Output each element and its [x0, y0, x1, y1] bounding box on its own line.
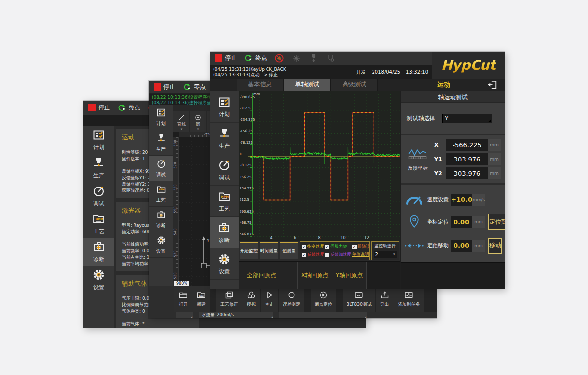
endpoint-button[interactable]: 终点 [117, 104, 140, 112]
nozzle-down-icon[interactable] [309, 54, 319, 63]
svg-text:NEW: NEW [199, 295, 204, 297]
checkbox-cmd-speed[interactable]: ✓指令速度 [302, 244, 324, 250]
sidebar-item-diagnose[interactable]: 诊断 [210, 217, 239, 248]
tool-new-button[interactable]: NEW新建 [192, 286, 211, 312]
laser-disabled-icon[interactable] [274, 54, 284, 63]
checkbox-follow-error[interactable]: ✓跟随误差 [352, 244, 370, 250]
time-measure-button[interactable]: 时间测量 [260, 242, 278, 259]
checkbox-servo-torque[interactable]: ✓伺服力矩 [325, 244, 351, 250]
sidebar-item-settings[interactable]: 设置 [83, 266, 114, 294]
export-icon [380, 290, 390, 300]
sidebar-item-process[interactable]: HPM工艺 [210, 186, 239, 217]
speedometer-icon [404, 193, 425, 207]
settings-icon [218, 253, 231, 266]
feedback-wave-icon [407, 146, 428, 160]
svg-text:Y: Y [206, 238, 210, 243]
stop-button[interactable]: 停止 [88, 104, 110, 112]
tool-process-fix-button[interactable]: 工艺修正 [216, 286, 242, 312]
burst-icon[interactable] [292, 54, 301, 63]
resize-grip-icon[interactable]: ◢ [364, 315, 366, 318]
move-button[interactable]: 移动 [488, 238, 502, 254]
sidebar-item-produce[interactable]: 生产 [149, 130, 173, 156]
tab-single-axis-test[interactable]: 单轴测试 [284, 79, 331, 91]
follow-icon[interactable] [326, 54, 336, 63]
test-axis-select[interactable]: Y ◢ [442, 114, 492, 123]
checkbox-feedback-accel[interactable]: 反馈加速度 [325, 252, 351, 258]
sidebar-item-settings[interactable]: 设置 [149, 232, 173, 258]
sidebar-item-plan[interactable]: 计划 [83, 126, 114, 154]
signal-checkbox-panel: ✓指令速度✓伺服力矩✓跟随误差✓反馈速度反馈加速度单位说明 [300, 241, 370, 260]
sidebar-item-label: 调试 [156, 171, 166, 178]
sidebar-item-debug[interactable]: 调试 [83, 182, 114, 210]
feedback-coords-label: 反馈坐标 [408, 165, 428, 172]
svg-text:156.25: 156.25 [240, 175, 252, 179]
sidebar-item-label: 工艺 [219, 205, 230, 213]
svg-text:-234.375: -234.375 [240, 118, 255, 122]
copy-icon [224, 290, 234, 300]
tool-export-button[interactable]: 导出 [376, 286, 394, 312]
ruler-label: 570 [173, 161, 177, 170]
draw-tool-circle[interactable]: 圆▾ [190, 111, 207, 132]
sidebar-item-debug[interactable]: 调试 [149, 156, 173, 181]
feedback-value: 303.976 [446, 153, 488, 165]
sidebar-item-process[interactable]: HPM工艺 [149, 181, 173, 207]
tab-basic-info[interactable]: 基本信息 [237, 79, 284, 91]
sidebar-item-plan[interactable]: 计划 [210, 91, 239, 123]
tool-dry-run-button[interactable]: 空走 [261, 286, 279, 312]
sidebar-item-diagnose[interactable]: 诊断 [83, 238, 114, 266]
tool-add-task-button[interactable]: 添加到任务 [394, 286, 425, 312]
tool-breakpoint-locate-button[interactable]: 断点定位 [311, 286, 337, 312]
value-measure-button[interactable]: 值测量 [280, 242, 298, 259]
monitor-axis-select[interactable]: 2 ▾ [374, 251, 397, 258]
plan-icon [156, 107, 166, 118]
tool-error-measure-button[interactable]: 误差测定 [279, 286, 305, 312]
resize-grip-icon[interactable]: ◢ [190, 315, 192, 318]
ruler-label: 580 [173, 138, 177, 148]
tab-advanced-test[interactable]: 高级测试 [331, 79, 378, 91]
sidebar-item-settings[interactable]: 设置 [210, 248, 239, 280]
unit-info-link[interactable]: 单位说明 [352, 252, 370, 258]
start-monitor-button[interactable]: 开始监控 [240, 242, 258, 259]
jog-value: 0.00 [451, 240, 472, 252]
position-to-button[interactable]: 定位到 [488, 214, 505, 230]
panel-line: 当前气压: 0.00BAR [122, 327, 193, 328]
test-curve-chart: -390.625-312.5-234.375-156.25-78.125078.… [239, 91, 400, 241]
sidebar-item-produce[interactable]: 生产 [83, 154, 114, 182]
checkbox-feedback-speed[interactable]: ✓反馈速度 [302, 252, 324, 258]
sidebar-item-debug[interactable]: 调试 [210, 154, 239, 186]
endpoint-button[interactable]: 终点 [244, 54, 267, 63]
ruler-label: 530 [173, 249, 177, 259]
position-input[interactable]: 0.00 mm [451, 216, 485, 228]
debug-icon [218, 159, 231, 171]
home-y-button[interactable]: Y轴回原点 [332, 262, 367, 289]
checkbox-icon: ✓ [352, 245, 357, 249]
zero-point-button[interactable]: 零点 [183, 83, 206, 92]
zoom-level-badge: 980% [174, 281, 189, 286]
speed-input[interactable]: +10.0 mm/s [451, 194, 485, 206]
svg-text:HPM: HPM [159, 188, 165, 190]
tool-blt830-test-button[interactable]: BLT830测试 [343, 286, 376, 312]
tool-open-button[interactable]: 打开 [174, 286, 192, 312]
motion-mode-label: 运动 [437, 80, 450, 89]
jog-input[interactable]: 0.00 mm [451, 240, 485, 252]
home-x-button[interactable]: X轴回原点 [298, 262, 332, 289]
sidebar-item-plan[interactable]: 计划 [149, 105, 173, 130]
tool-simulate-button[interactable]: 模拟 [242, 286, 261, 312]
test-axis-value: Y [445, 115, 448, 121]
feedback-value-field: 303.976mm [446, 153, 501, 165]
panel-line: 当前气体: * [122, 321, 193, 327]
resize-grip-icon[interactable]: ◢ [270, 315, 273, 318]
sidebar-item-diagnose[interactable]: 诊断 [149, 207, 173, 232]
home-all-button[interactable]: 全部回原点 [239, 262, 285, 289]
sidebar-item-process[interactable]: HPM工艺 [83, 210, 114, 238]
tabs: 基本信息单轴测试高级测试 [237, 79, 378, 91]
tool-label: 误差测定 [283, 301, 300, 308]
stop-button[interactable]: 停止 [154, 83, 175, 91]
sidebar-item-produce[interactable]: 生产 [210, 123, 239, 154]
stop-button[interactable]: 停止 [215, 54, 237, 62]
sidebar-item-label: 设置 [219, 268, 230, 275]
draw-tool-line[interactable]: 直线▾ [173, 111, 190, 132]
checkbox-icon [325, 253, 329, 257]
exit-icon[interactable] [486, 80, 499, 90]
window-single-axis-test: HypCut 停止 终点 (04/25 13:31:13)KeyUp CK_BA… [210, 52, 505, 289]
